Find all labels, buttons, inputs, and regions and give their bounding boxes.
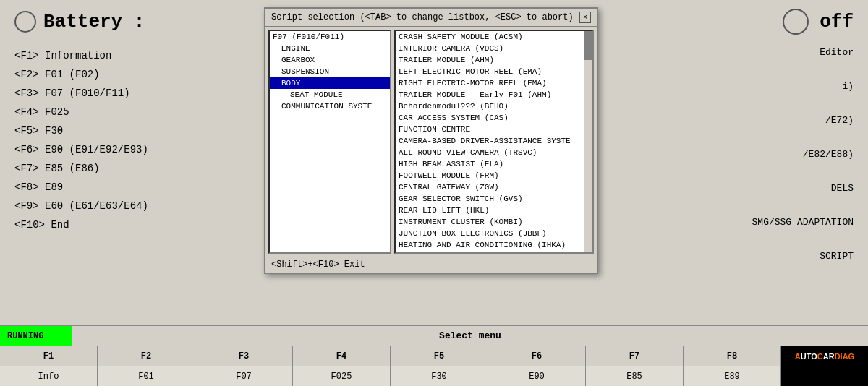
fn-cell-f1[interactable]: F1 — [0, 346, 98, 366]
listbox-item-ahm-early[interactable]: TRAILER MODULE - Early F01 (AHM) — [396, 89, 592, 100]
listbox-item-fka[interactable]: REAR HEATER / AIR CONDITIONING (FKA) — [396, 251, 592, 254]
menu-item-f8[interactable]: <F8> E89 — [14, 179, 148, 196]
dialog-title-bar: Script selection (<TAB> to change listbo… — [265, 9, 597, 27]
dialog-footer: <Shift>+<F10> Exit — [265, 257, 597, 273]
label-cell-e90[interactable]: E90 — [488, 366, 586, 386]
listbox-item-comm-syste[interactable]: COMMUNICATION SYSTE — [270, 100, 390, 112]
listbox-item-trsvc[interactable]: ALL-ROUND VIEW CAMERA (TRSVC) — [396, 147, 592, 158]
listbox-item-body[interactable]: BODY — [270, 77, 390, 89]
left-menu: <F1> Information <F2> F01 (F02) <F3> F07… — [14, 47, 148, 233]
listbox-item-gvs[interactable]: GEAR SELECTOR SWITCH (GVS) — [396, 193, 592, 205]
status-running: RUNNING — [0, 326, 72, 346]
label-cell-f30[interactable]: F30 — [391, 366, 488, 386]
listbox-item-gearbox[interactable]: GEARBOX — [270, 54, 390, 66]
right-label-e72: /E72) — [752, 115, 854, 126]
label-cell-f01[interactable]: F01 — [98, 366, 195, 386]
listbox-item-jbbf[interactable]: JUNCTION BOX ELECTRONICS (JBBF) — [396, 228, 592, 239]
dialog-title-text: Script selection (<TAB> to change listbo… — [271, 12, 574, 22]
menu-item-f5[interactable]: <F5> F30 — [14, 122, 148, 140]
listbox-item-cas[interactable]: CAR ACCESS SYSTEM (CAS) — [396, 112, 592, 124]
listbox-item-frm[interactable]: FOOTWELL MODULE (FRM) — [396, 170, 592, 181]
fn-row: F1 F2 F3 F4 F5 F6 F7 F8 AUTOCARDIAG — [0, 346, 868, 366]
listbox-item-hkl[interactable]: REAR LID LIFT (HKL) — [396, 205, 592, 216]
listbox-item-beho[interactable]: Behördenmodul??? (BEHO) — [396, 100, 592, 112]
fn-cell-f6[interactable]: F6 — [488, 346, 586, 366]
listbox-item-ihka[interactable]: HEATING AND AIR CONDITIONING (IHKA) — [396, 239, 592, 251]
fn-cell-f3[interactable]: F3 — [195, 346, 293, 366]
listbox-item-engine[interactable]: ENGINE — [270, 43, 390, 54]
header-circle-left — [14, 11, 36, 33]
menu-item-f7[interactable]: <F7> E85 (E86) — [14, 160, 148, 177]
listbox-item-acsm[interactable]: CRASH SAFETY MODULE (ACSM) — [396, 31, 592, 43]
right-label-script: SCRIPT — [752, 251, 854, 262]
header-status: off — [820, 11, 854, 33]
dialog-content: F07 (F010/F011) ENGINE GEARBOX SUSPENSIO… — [265, 27, 597, 257]
scrollbar[interactable] — [584, 31, 592, 252]
right-label-dels: DELS — [752, 183, 854, 194]
logo-diag: DIAG — [835, 352, 855, 361]
bottom-bar: RUNNING Select menu F1 F2 F3 F4 F5 F6 F7… — [0, 325, 868, 386]
right-label-smg: SMG/SSG ADAPTATION — [752, 217, 854, 228]
label-cell-f025[interactable]: F025 — [293, 366, 391, 386]
right-labels: Editor i) /E72) /E82/E88) DELS SMG/SSG A… — [752, 47, 854, 262]
listbox-item-vdcs[interactable]: INTERIOR CAMERA (VDCS) — [396, 43, 592, 54]
right-label-e82: /E82/E88) — [752, 149, 854, 160]
listbox-item-camera-driver[interactable]: CAMERA-BASED DRIVER-ASSISTANCE SYSTE — [396, 135, 592, 147]
menu-item-f6[interactable]: <F6> E90 (E91/E92/E93) — [14, 141, 148, 158]
menu-item-f1[interactable]: <F1> Information — [14, 47, 148, 64]
right-label-editor: Editor — [752, 47, 854, 58]
listbox-item-ema-left[interactable]: LEFT ELECTRIC-MOTOR REEL (EMA) — [396, 66, 592, 77]
label-cell-logo-bottom — [781, 366, 868, 386]
fn-cell-f8[interactable]: F8 — [684, 346, 781, 366]
fn-cell-f4[interactable]: F4 — [293, 346, 391, 366]
menu-item-f9[interactable]: <F9> E60 (E61/E63/E64) — [14, 197, 148, 215]
menu-item-f2[interactable]: <F2> F01 (F02) — [14, 66, 148, 83]
fn-cell-f7[interactable]: F7 — [586, 346, 684, 366]
label-cell-e85[interactable]: E85 — [586, 366, 684, 386]
status-select-menu: Select menu — [72, 330, 868, 341]
listbox-item-ahm[interactable]: TRAILER MODULE (AHM) — [396, 54, 592, 66]
right-label-i: i) — [752, 81, 854, 92]
menu-item-f10[interactable]: <F10> End — [14, 216, 148, 233]
logo-cell: AUTOCARDIAG — [781, 346, 868, 366]
label-row: Info F01 F07 F025 F30 E90 E85 E89 — [0, 366, 868, 386]
script-selection-dialog: Script selection (<TAB> to change listbo… — [264, 7, 598, 274]
logo-text: AUTOCARDIAG — [795, 352, 854, 361]
label-cell-f07[interactable]: F07 — [195, 366, 293, 386]
footer-exit-label: <Shift>+<F10> Exit — [271, 260, 365, 270]
fn-cell-f5[interactable]: F5 — [391, 346, 488, 366]
label-cell-info[interactable]: Info — [0, 366, 98, 386]
main-area: Battery : off <F1> Information <F2> F01 … — [0, 0, 868, 325]
menu-item-f3[interactable]: <F3> F07 (F010/F11) — [14, 85, 148, 102]
fn-cell-f2[interactable]: F2 — [98, 346, 195, 366]
dialog-left-listbox[interactable]: F07 (F010/F011) ENGINE GEARBOX SUSPENSIO… — [268, 30, 391, 254]
menu-item-f4[interactable]: <F4> F025 — [14, 103, 148, 121]
listbox-item-f07[interactable]: F07 (F010/F011) — [270, 31, 390, 43]
dialog-close-button[interactable]: × — [579, 12, 591, 23]
listbox-item-ema-right[interactable]: RIGHT ELECTRIC-MOTOR REEL (EMA) — [396, 77, 592, 89]
listbox-item-function-centre[interactable]: FUNCTION CENTRE — [396, 124, 592, 135]
scrollbar-thumb[interactable] — [584, 31, 592, 60]
status-row: RUNNING Select menu — [0, 326, 868, 346]
label-cell-e89[interactable]: E89 — [684, 366, 781, 386]
listbox-item-fla[interactable]: HIGH BEAM ASSIST (FLA) — [396, 158, 592, 170]
listbox-item-kombi[interactable]: INSTRUMENT CLUSTER (KOMBI) — [396, 216, 592, 228]
dialog-right-listbox[interactable]: CRASH SAFETY MODULE (ACSM) INTERIOR CAME… — [394, 30, 594, 254]
listbox-item-seat-module[interactable]: SEAT MODULE — [270, 89, 390, 100]
listbox-item-suspension[interactable]: SUSPENSION — [270, 66, 390, 77]
logo-autocar: AUTOCAR — [795, 352, 835, 361]
header-circle-right — [783, 9, 809, 35]
listbox-item-zgw[interactable]: CENTRAL GATEWAY (ZGW) — [396, 181, 592, 193]
